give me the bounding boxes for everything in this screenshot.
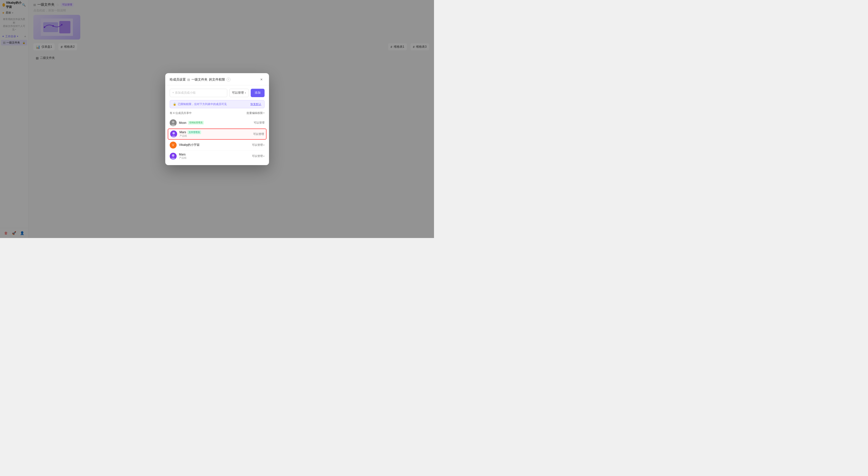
dialog-body: + 添加成员或小组 可以管理 ▾ 添加 🔒 已限制权限，仅对下方列表中的成员可见… (165, 85, 269, 165)
add-member-input[interactable]: + 添加成员或小组 (170, 89, 227, 97)
avatar-mars-highlighted (170, 130, 177, 138)
dialog-title: 给成员设置 ▤ 一级文件夹 的文件权限 ? (170, 77, 230, 82)
batch-edit-button[interactable]: 批量编辑权限 ▾ (247, 111, 265, 115)
avatar-moon (170, 119, 177, 126)
permissions-dialog: 给成员设置 ▤ 一级文件夹 的文件权限 ? × + 添加成员或小组 可以管理 ▾… (165, 73, 269, 165)
svg-point-13 (172, 154, 175, 157)
member-info-mars-highlighted: Mars 文件管理员 产品组 (180, 130, 251, 138)
vikaby-permission-chevron: ▾ (263, 144, 265, 146)
batch-chevron-icon: ▾ (263, 112, 265, 114)
chevron-down-icon: ▾ (245, 92, 246, 94)
member-row-moon: Moon 空间站管理员 可以管理 (170, 117, 265, 128)
svg-point-10 (173, 132, 175, 135)
member-info-mars-group: Mars 产品组 (179, 153, 249, 160)
member-info-moon: Moon 空间站管理员 (179, 121, 251, 124)
badge-admin-moon: 空间站管理员 (188, 121, 204, 124)
mars-permission-chevron: ▾ (263, 155, 265, 157)
restore-default-link[interactable]: 恢复默认 (250, 102, 261, 106)
permission-selector[interactable]: 可以管理 ▾ (229, 89, 249, 97)
dialog-folder-icon: ▤ (187, 78, 190, 81)
member-permission-mars-highlighted: 可以管理 (253, 132, 264, 136)
members-header: 有 4 位成员共享中 批量编辑权限 ▾ (170, 111, 265, 115)
avatar-mars-group (170, 153, 177, 160)
member-permission-moon: 可以管理 (254, 121, 265, 124)
svg-point-7 (172, 121, 175, 123)
member-row-vikaby: V Vikaby的小宇宙 可以管理 ▾ (170, 140, 265, 151)
avatar-vikaby: V (170, 142, 177, 149)
member-info-vikaby: Vikaby的小宇宙 (179, 143, 249, 147)
member-row-mars-group: Mars 产品组 可以管理 ▾ (170, 151, 265, 161)
lock-notice-icon: 🔒 (173, 102, 176, 106)
members-list: Moon 空间站管理员 可以管理 Mars (170, 117, 265, 161)
member-permission-vikaby[interactable]: 可以管理 ▾ (252, 143, 265, 147)
close-button[interactable]: × (259, 77, 265, 83)
add-member-row: + 添加成员或小组 可以管理 ▾ 添加 (170, 89, 265, 97)
member-row-mars-highlighted: Mars 文件管理员 产品组 可以管理 (168, 128, 267, 140)
badge-file-admin: 文件管理员 (187, 130, 201, 134)
add-button[interactable]: 添加 (251, 89, 265, 97)
member-permission-mars-group[interactable]: 可以管理 ▾ (252, 154, 265, 158)
help-icon[interactable]: ? (226, 78, 230, 82)
dialog-header: 给成员设置 ▤ 一级文件夹 的文件权限 ? × (165, 73, 269, 85)
restricted-notice: 🔒 已限制权限，仅对下方列表中的成员可见 恢复默认 (170, 100, 265, 108)
